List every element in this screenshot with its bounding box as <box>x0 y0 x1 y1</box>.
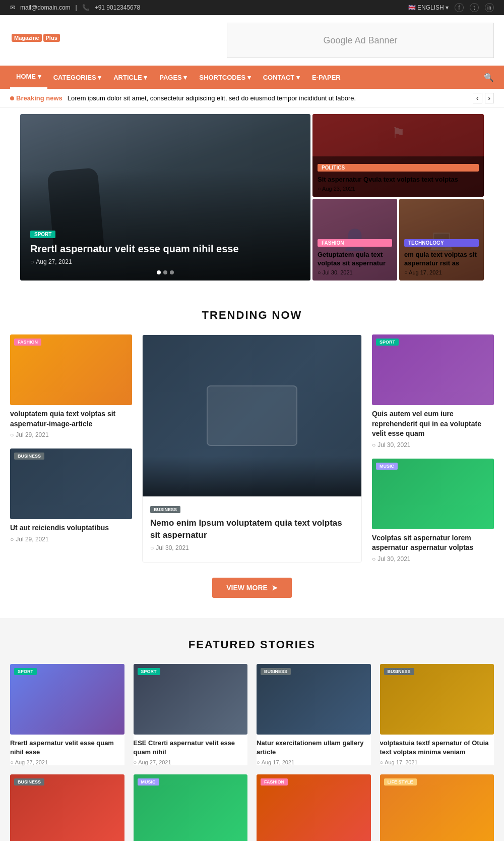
phone-link[interactable]: +91 9012345678 <box>95 4 140 11</box>
hero-section: SPORT Rrertl aspernatur velit esse quam … <box>10 112 494 283</box>
trend-date-left-2: ○ Jul 29, 2021 <box>10 536 132 543</box>
nav-contact[interactable]: CONTACT ▾ <box>257 67 306 88</box>
hero-bottom-row: 👤 FASHION Getuptatem quia text volptas s… <box>312 199 484 281</box>
hero-bottom-left-title: Getuptatem quia text volptas sit asperna… <box>318 251 392 268</box>
trending-title: TRENDING NOW <box>10 309 494 322</box>
top-bar: ✉ mail@domain.com | 📞 +91 9012345678 🇬🇧 … <box>0 0 504 15</box>
hero-dots <box>157 270 174 274</box>
feat-title-1-1: Rrertl aspernatur velit esse quam nihil … <box>10 739 124 757</box>
hero-bottom-left[interactable]: 👤 FASHION Getuptatem quia text volptas s… <box>312 199 397 281</box>
feat-card-2-2[interactable]: MUSIC Vcolptas sit aspernatur lorem aspe… <box>134 774 248 841</box>
feat-date-1-1: ○ Aug 27, 2021 <box>10 759 124 765</box>
breaking-news-text: Lorem ipsum dolor sit amet, consectetur … <box>68 94 356 102</box>
nav-epaper[interactable]: E-PAPER <box>306 67 347 88</box>
trend-card-center[interactable]: BUSINESS Nemo enim Ipsum voluptatem quia… <box>142 334 362 563</box>
trend-tag-right-2: MUSIC <box>376 463 398 470</box>
trend-tag-right-1: SPORT <box>376 339 399 346</box>
trend-img-left-2: BUSINESS <box>10 448 132 519</box>
hero-bottom-right-date: ○ Aug 17, 2021 <box>404 269 479 275</box>
nav-home[interactable]: HOME ▾ <box>10 66 47 89</box>
nav-categories[interactable]: CATEGORIES ▾ <box>47 67 108 88</box>
nav-pages[interactable]: PAGES ▾ <box>153 67 193 88</box>
feat-tag-1-2: SPORT <box>138 668 160 675</box>
hero-dot-1[interactable] <box>157 270 161 274</box>
featured-section: FEATURED STORIES SPORT Rrertl aspernatur… <box>0 618 504 841</box>
hero-top-right[interactable]: ⚑ POLITICS Sit aspernatur Qvuia text vol… <box>312 114 484 197</box>
hero-bottom-right-tag: TECHNOLOGY <box>404 239 479 247</box>
feat-card-2-4[interactable]: LIFE STYLE Lorem ipsum dolor sit amet, c… <box>380 774 494 841</box>
hero-main-date: ○ Aug 27, 2021 <box>30 258 239 265</box>
hero-main-tag: SPORT <box>30 231 55 238</box>
trend-center-tag: BUSINESS <box>150 506 180 513</box>
view-more-button[interactable]: VIEW MORE ➤ <box>212 578 292 598</box>
search-icon[interactable]: 🔍 <box>484 73 494 82</box>
feat-tag-1-1: SPORT <box>14 668 37 675</box>
trend-title-right-1: Quis autem vel eum iure reprehenderit qu… <box>372 409 494 439</box>
feat-title-1-3: Natur exercitationem ullam gallery artic… <box>257 739 371 757</box>
feat-date-1-4: ○ Aug 17, 2021 <box>380 759 494 765</box>
trend-date-left-1: ○ Jul 29, 2021 <box>10 431 132 438</box>
feat-title-1-4: volptastuia textf spernatur of Otuia tex… <box>380 739 494 757</box>
twitter-icon[interactable]: t <box>470 3 479 12</box>
hero-bottom-right-title: em quia text volptas sit aspernatur rsit… <box>404 251 479 268</box>
hero-bottom-left-date: ○ Jul 30, 2021 <box>318 269 392 275</box>
hero-dot-3[interactable] <box>170 270 174 274</box>
feat-img-1-1: SPORT <box>10 664 124 735</box>
trend-card-right-2[interactable]: MUSIC Vcolptas sit aspernatur lorem aspe… <box>372 459 494 563</box>
feat-date-1-3: ○ Aug 17, 2021 <box>257 759 371 765</box>
hero-dot-2[interactable] <box>163 270 167 274</box>
breaking-next[interactable]: › <box>485 93 494 103</box>
hero-main-title: Rrertl aspernatur velit esse quam nihil … <box>30 242 239 255</box>
trend-center-img-wrap <box>143 335 361 496</box>
trend-title-left-2: Ut aut reiciendis voluptatibus <box>10 523 132 533</box>
feat-img-2-4: LIFE STYLE <box>380 774 494 841</box>
site-logo[interactable]: MagazinePlus <box>10 31 60 50</box>
trend-center-title: Nemo enim Ipsum voluptatem quia text vol… <box>150 517 354 541</box>
language-selector[interactable]: 🇬🇧 ENGLISH ▾ <box>408 4 449 11</box>
main-nav: HOME ▾ CATEGORIES ▾ ARTICLE ▾ PAGES ▾ SH… <box>0 66 504 89</box>
top-bar-right: 🇬🇧 ENGLISH ▾ f t in <box>408 3 494 12</box>
feat-card-1-3[interactable]: BUSINESS Natur exercitationem ullam gall… <box>257 664 371 765</box>
breaking-dot <box>10 96 14 100</box>
trend-card-left-1[interactable]: FASHION voluptatem quia text volptas sit… <box>10 334 132 438</box>
feat-card-1-1[interactable]: SPORT Rrertl aspernatur velit esse quam … <box>10 664 124 765</box>
trending-section: TRENDING NOW FASHION voluptatem quia tex… <box>0 289 504 618</box>
trend-title-left-1: voluptatem quia text volptas sit asperna… <box>10 409 132 429</box>
featured-title: FEATURED STORIES <box>10 638 494 651</box>
feat-date-1-2: ○ Aug 27, 2021 <box>134 759 248 765</box>
facebook-icon[interactable]: f <box>455 3 464 12</box>
feat-img-1-3: BUSINESS <box>257 664 371 735</box>
arrow-icon: ➤ <box>272 584 278 592</box>
featured-grid-row1: SPORT Rrertl aspernatur velit esse quam … <box>10 664 494 765</box>
trend-img-right-1: SPORT <box>372 334 494 405</box>
trend-tag-left-1: FASHION <box>14 339 41 346</box>
instagram-icon[interactable]: in <box>485 3 494 12</box>
feat-card-2-1[interactable]: BUSINESS spernatur of Otuia text volptas… <box>10 774 124 841</box>
site-header: MagazinePlus Google Ad Banner <box>0 15 504 66</box>
trend-card-left-2[interactable]: BUSINESS Ut aut reiciendis voluptatibus … <box>10 448 132 543</box>
feat-card-2-3[interactable]: FASHION Ptatem quia text volptas sit asp… <box>257 774 371 841</box>
feat-img-2-2: MUSIC <box>134 774 248 841</box>
trend-title-right-2: Vcolptas sit aspernatur lorem aspernatur… <box>372 533 494 553</box>
nav-shortcodes[interactable]: SHORTCODES ▾ <box>193 67 257 88</box>
view-more-wrap: VIEW MORE ➤ <box>10 578 494 598</box>
email-link[interactable]: mail@domain.com <box>20 4 71 11</box>
trend-center-date: ○ Jul 30, 2021 <box>150 544 354 551</box>
feat-tag-2-1: BUSINESS <box>14 778 44 786</box>
hero-bottom-right[interactable]: 💻 TECHNOLOGY em quia text volptas sit as… <box>399 199 484 281</box>
feat-tag-2-4: LIFE STYLE <box>384 778 417 786</box>
feat-card-1-2[interactable]: SPORT ESE Ctrerti aspernatur velit esse … <box>134 664 248 765</box>
hero-top-right-title: Sit aspernatur Qvuia text volptas text v… <box>318 176 479 184</box>
nav-items: HOME ▾ CATEGORIES ▾ ARTICLE ▾ PAGES ▾ SH… <box>10 66 347 89</box>
trend-img-left-1: FASHION <box>10 334 132 405</box>
trending-right-col: SPORT Quis autem vel eum iure reprehende… <box>372 334 494 563</box>
feat-title-1-2: ESE Ctrerti aspernatur velit esse quam n… <box>134 739 248 757</box>
trend-center-content: BUSINESS Nemo enim Ipsum voluptatem quia… <box>143 496 361 559</box>
trend-card-right-1[interactable]: SPORT Quis autem vel eum iure reprehende… <box>372 334 494 448</box>
feat-card-1-4[interactable]: BUSINESS volptastuia textf spernatur of … <box>380 664 494 765</box>
ad-banner: Google Ad Banner <box>227 23 494 58</box>
nav-article[interactable]: ARTICLE ▾ <box>107 67 153 88</box>
featured-grid-row2: BUSINESS spernatur of Otuia text volptas… <box>10 774 494 841</box>
breaking-prev[interactable]: ‹ <box>473 93 482 103</box>
hero-main-article[interactable]: SPORT Rrertl aspernatur velit esse quam … <box>20 114 310 281</box>
